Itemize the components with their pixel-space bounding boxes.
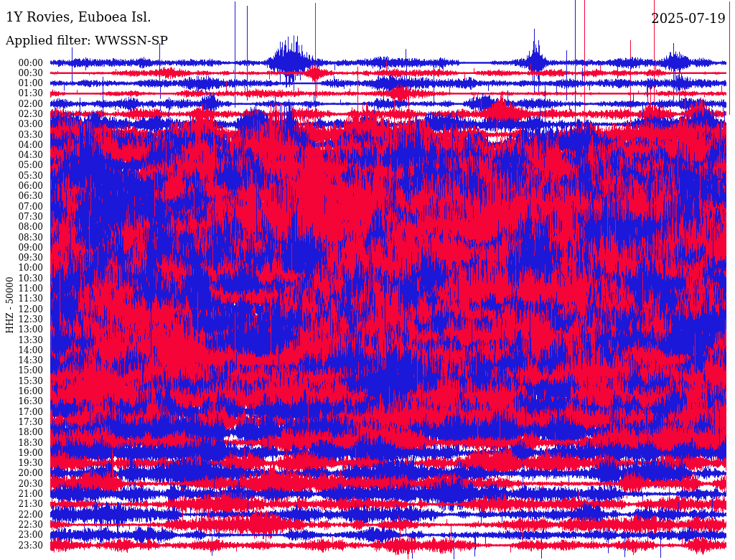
time-label: 17:30 [0, 418, 43, 426]
time-label: 11:30 [0, 294, 43, 303]
time-label: 23:00 [0, 531, 43, 539]
time-label: 10:00 [0, 263, 43, 272]
time-label: 08:00 [0, 223, 43, 231]
time-label: 13:00 [0, 325, 43, 334]
time-label: 23:30 [0, 541, 43, 550]
time-label: 14:30 [0, 356, 43, 365]
time-label: 13:30 [0, 336, 43, 345]
time-label: 04:00 [0, 141, 43, 149]
time-label: 00:30 [0, 69, 43, 78]
time-label: 12:30 [0, 315, 43, 324]
time-label: 02:30 [0, 110, 43, 118]
time-label: 07:30 [0, 213, 43, 221]
time-label: 11:00 [0, 284, 43, 293]
time-label: 12:00 [0, 305, 43, 314]
time-label: 09:00 [0, 243, 43, 252]
time-label: 16:00 [0, 387, 43, 396]
time-label: 01:30 [0, 89, 43, 98]
time-label: 07:00 [0, 202, 43, 211]
time-label: 05:30 [0, 172, 43, 180]
time-label: 17:00 [0, 408, 43, 416]
time-label: 00:00 [0, 59, 43, 67]
time-label: 19:30 [0, 459, 43, 467]
time-label: 03:30 [0, 131, 43, 139]
time-label: 06:30 [0, 192, 43, 200]
time-label: 05:00 [0, 161, 43, 169]
time-label: 21:00 [0, 490, 43, 498]
time-label: 22:00 [0, 510, 43, 519]
station-title: 1Y Rovies, Euboea Isl. [6, 9, 151, 24]
time-label: 21:30 [0, 500, 43, 508]
time-label: 20:00 [0, 469, 43, 477]
time-label: 16:30 [0, 397, 43, 406]
applied-filter-label: Applied filter: WWSSN-SP [6, 33, 168, 47]
time-label: 10:30 [0, 274, 43, 283]
time-label: 04:30 [0, 151, 43, 159]
time-label: 02:00 [0, 100, 43, 108]
time-label: 18:30 [0, 439, 43, 447]
time-label: 08:30 [0, 233, 43, 242]
time-label: 19:00 [0, 449, 43, 457]
helicorder-plot [0, 0, 735, 560]
time-label: 09:30 [0, 253, 43, 262]
time-label: 03:00 [0, 120, 43, 129]
plot-date: 2025-07-19 [651, 11, 726, 26]
helicorder-page: 1Y Rovies, Euboea Isl. Applied filter: W… [0, 0, 735, 560]
time-label: 01:00 [0, 79, 43, 88]
time-label: 06:00 [0, 182, 43, 190]
time-label: 22:30 [0, 521, 43, 529]
time-label: 14:00 [0, 346, 43, 355]
time-label: 15:30 [0, 377, 43, 386]
time-label: 20:30 [0, 480, 43, 488]
time-label: 18:00 [0, 428, 43, 437]
time-label: 15:00 [0, 366, 43, 375]
